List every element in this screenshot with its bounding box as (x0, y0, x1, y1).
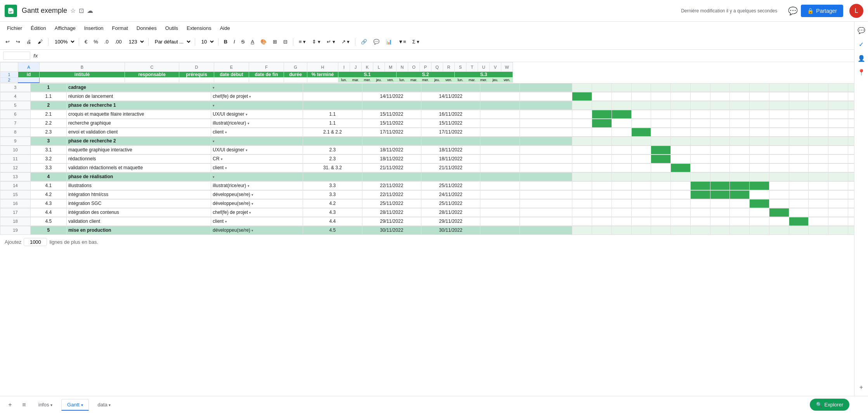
cell-date-fin[interactable]: 25/11/2022 (421, 199, 480, 208)
cell-F2[interactable] (249, 78, 284, 83)
cell-pct[interactable] (520, 154, 572, 163)
col-header-N[interactable]: N (397, 62, 408, 72)
cell-prerequis[interactable] (303, 92, 362, 101)
cell-date-fin[interactable]: 15/11/2022 (421, 119, 480, 127)
cell-date-debut[interactable]: 18/11/2022 (362, 154, 421, 163)
cell-pct[interactable] (520, 92, 572, 101)
cell-pct[interactable] (520, 217, 572, 226)
cell-responsable[interactable]: illustrat(rice/eur) ▾ (211, 119, 303, 127)
col-header-M[interactable]: M (385, 62, 397, 72)
col-header-S[interactable]: S (455, 62, 466, 72)
halign-button[interactable]: ≡ ▾ (296, 37, 308, 46)
cell-intitule[interactable]: illustrations (66, 181, 211, 190)
cell-prerequis[interactable] (303, 172, 362, 181)
cell-D2[interactable] (179, 78, 214, 83)
cell-pct[interactable] (520, 226, 572, 234)
cell-date-debut[interactable]: 15/11/2022 (362, 119, 421, 127)
col-header-U[interactable]: U (478, 62, 490, 72)
cell-id[interactable]: 3.3 (30, 163, 66, 172)
cell-duree[interactable] (480, 110, 520, 118)
share-button[interactable]: 🔒 Partager (801, 5, 843, 17)
cell-pct[interactable] (520, 110, 572, 118)
explorer-button[interactable]: 🔍 Explorer (810, 399, 849, 411)
menu-format[interactable]: Format (108, 24, 132, 33)
cell-responsable[interactable]: ▾ (211, 137, 303, 145)
cell-prerequis[interactable]: 3.3 (303, 190, 362, 199)
cell-date-fin[interactable]: 16/11/2022 (421, 110, 480, 118)
cell-date-debut[interactable] (362, 83, 421, 92)
cell-pct[interactable] (520, 163, 572, 172)
cell-date-debut[interactable]: 14/11/2022 (362, 92, 421, 101)
cell-responsable[interactable]: client ▾ (211, 128, 303, 136)
cell-pct[interactable] (520, 83, 572, 92)
folder-icon[interactable]: ⊡ (79, 7, 84, 14)
font-color-button[interactable]: A (248, 37, 256, 46)
col-header-F[interactable]: F (249, 62, 284, 72)
menu-edition[interactable]: Édition (27, 24, 50, 33)
cell-responsable[interactable]: ▾ (211, 101, 303, 109)
cell-prerequis[interactable]: 4.4 (303, 217, 362, 226)
cell-date-debut[interactable]: 15/11/2022 (362, 110, 421, 118)
cell-id[interactable]: 2.1 (30, 110, 66, 118)
cell-pct[interactable] (520, 137, 572, 145)
sheets-list-button[interactable]: ≡ (19, 399, 29, 410)
doc-title[interactable]: Gantt exemple (22, 7, 67, 15)
cell-id[interactable]: 4.1 (30, 181, 66, 190)
cell-id[interactable]: 4.3 (30, 199, 66, 208)
cell-prerequis[interactable] (303, 101, 362, 109)
cell-date-debut[interactable]: 18/11/2022 (362, 146, 421, 154)
zoom-select[interactable]: 100% (52, 38, 76, 46)
cell-G1[interactable]: durée (284, 72, 307, 78)
cell-duree[interactable] (480, 83, 520, 92)
cell-pct[interactable] (520, 101, 572, 109)
cell-pct[interactable] (520, 172, 572, 181)
panel-check-icon[interactable]: ✓ (856, 39, 867, 50)
cloud-icon[interactable]: ☁ (87, 7, 93, 14)
add-rows-input[interactable] (24, 238, 47, 246)
cell-duree[interactable] (480, 199, 520, 208)
tab-data[interactable]: data ▾ (92, 399, 117, 410)
rotate-button[interactable]: ↗ ▾ (339, 37, 352, 46)
col-header-J[interactable]: J (350, 62, 362, 72)
cell-date-fin[interactable] (421, 172, 480, 181)
cell-responsable[interactable]: chef(fe) de projet ▾ (211, 92, 303, 101)
cell-date-fin[interactable]: 29/11/2022 (421, 217, 480, 226)
panel-map-icon[interactable]: 📍 (856, 67, 867, 78)
cell-id[interactable]: 5 (30, 226, 66, 234)
cell-responsable[interactable]: développeu(se/re) ▾ (211, 199, 303, 208)
cell-duree[interactable] (480, 128, 520, 136)
cell-id[interactable]: 1 (30, 83, 66, 92)
cell-C2[interactable] (125, 78, 179, 83)
cell-id[interactable]: 2.3 (30, 128, 66, 136)
cell-date-fin[interactable]: 28/11/2022 (421, 208, 480, 217)
col-header-O[interactable]: O (408, 62, 420, 72)
cell-duree[interactable] (480, 226, 520, 234)
col-header-V[interactable]: V (490, 62, 501, 72)
menu-insertion[interactable]: Insertion (80, 24, 107, 33)
col-header-I[interactable]: I (338, 62, 350, 72)
currency-button[interactable]: € (82, 37, 90, 46)
col-header-D[interactable]: D (179, 62, 214, 72)
cell-date-debut[interactable]: 22/11/2022 (362, 181, 421, 190)
cell-date-debut[interactable]: 30/11/2022 (362, 226, 421, 234)
cell-A1[interactable]: id (18, 72, 40, 78)
cell-date-fin[interactable] (421, 101, 480, 109)
cell-date-debut[interactable]: 25/11/2022 (362, 199, 421, 208)
panel-chat-icon[interactable]: 💬 (856, 25, 867, 36)
cell-G2[interactable] (284, 78, 307, 83)
paint-format-button[interactable]: 🖌 (35, 37, 45, 46)
panel-plus-icon[interactable]: + (856, 382, 867, 393)
cell-date-debut[interactable] (362, 172, 421, 181)
cell-duree[interactable] (480, 146, 520, 154)
cell-date-debut[interactable]: 28/11/2022 (362, 208, 421, 217)
decimal-less-button[interactable]: .0 (102, 37, 111, 46)
font-size-select[interactable]: 10 (198, 38, 215, 46)
cell-pct[interactable] (520, 208, 572, 217)
chart-button[interactable]: 📊 (383, 37, 394, 46)
filter-button[interactable]: ▼≡ (396, 37, 408, 46)
cell-A2[interactable] (18, 78, 40, 83)
italic-button[interactable]: I (231, 37, 237, 46)
cell-responsable[interactable]: développeu(se/re) ▾ (211, 190, 303, 199)
cell-intitule[interactable]: phase de réalisation (66, 172, 211, 181)
cell-date-fin[interactable]: 30/11/2022 (421, 226, 480, 234)
